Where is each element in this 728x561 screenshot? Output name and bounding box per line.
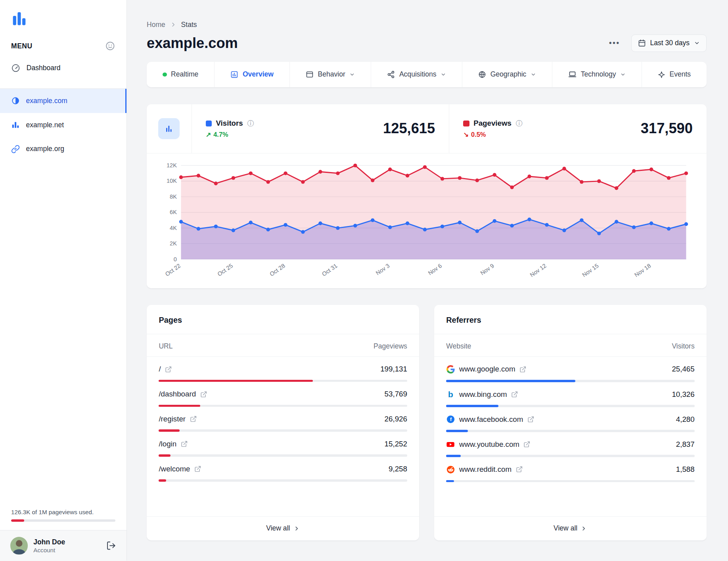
- more-options-button[interactable]: •••: [606, 36, 623, 49]
- row-value: 9,258: [389, 465, 407, 473]
- row-link[interactable]: www.google.com: [446, 365, 526, 373]
- svg-text:Nov 15: Nov 15: [581, 262, 600, 278]
- calendar-icon: [638, 39, 646, 47]
- row-link[interactable]: /: [159, 365, 172, 373]
- date-range-button[interactable]: Last 30 days: [631, 34, 707, 52]
- breadcrumb-home-link[interactable]: Home: [147, 21, 165, 29]
- traffic-trend-chart: 02K4K6K8K10K12KOct 22Oct 25Oct 28Oct 31N…: [161, 159, 693, 283]
- external-link-icon[interactable]: [194, 465, 201, 473]
- external-link-icon[interactable]: [523, 441, 531, 448]
- tab-realtime[interactable]: Realtime: [147, 62, 214, 87]
- column-header-visitors: Visitors: [672, 342, 694, 350]
- table-row: /welcome9,258: [147, 457, 419, 482]
- table-row: www.youtube.com2,837: [434, 432, 707, 457]
- sidebar-item-example-org[interactable]: example.org: [0, 137, 126, 161]
- svg-text:Oct 31: Oct 31: [321, 262, 338, 278]
- chart-type-icon[interactable]: [158, 118, 180, 140]
- info-icon[interactable]: ⓘ: [515, 119, 523, 128]
- bar-chart-icon: [11, 121, 20, 129]
- svg-text:4K: 4K: [170, 225, 177, 231]
- user-name: John Doe: [33, 538, 65, 547]
- external-link-icon[interactable]: [527, 416, 535, 423]
- tab-acquisitions[interactable]: Acquisitions: [371, 62, 462, 87]
- visitors-change: ↗ 4.7%: [206, 131, 254, 138]
- tab-label: Overview: [243, 70, 274, 79]
- youtube-icon: [446, 440, 455, 449]
- column-header-url: URL: [159, 342, 172, 350]
- svg-text:2K: 2K: [170, 240, 177, 247]
- site-label: example.com: [26, 97, 67, 105]
- row-link[interactable]: bwww.bing.com: [446, 390, 518, 399]
- row-link[interactable]: /welcome: [159, 465, 201, 473]
- table-row: bwww.bing.com10,326: [434, 382, 707, 407]
- menu-heading: MENU: [11, 42, 33, 50]
- pages-card: Pages URL Pageviews /199,131/dashboard53…: [147, 305, 419, 540]
- sidebar-item-label: Dashboard: [27, 64, 61, 72]
- visitors-stat: Visitors ⓘ ↗ 4.7% 125,615: [192, 104, 449, 153]
- google-icon: [446, 365, 455, 373]
- sidebar-item-example-com[interactable]: example.com: [0, 89, 126, 113]
- referrers-view-all-button[interactable]: View all: [434, 516, 707, 540]
- row-value: 10,326: [672, 390, 694, 399]
- table-row: /dashboard53,769: [147, 382, 419, 407]
- row-value: 1,588: [676, 465, 695, 474]
- sidebar-item-dashboard[interactable]: Dashboard: [11, 63, 115, 73]
- referrers-card: Referrers Website Visitors www.google.co…: [434, 305, 707, 540]
- date-range-label: Last 30 days: [650, 39, 690, 47]
- sidebar-item-example-net[interactable]: example.net: [0, 113, 126, 137]
- account-section[interactable]: John Doe Account: [0, 530, 126, 561]
- svg-text:Nov 6: Nov 6: [427, 262, 443, 276]
- row-link[interactable]: /register: [159, 415, 197, 423]
- customize-icon[interactable]: [105, 41, 115, 51]
- pageviews-value: 317,590: [641, 120, 693, 137]
- info-icon[interactable]: ⓘ: [247, 119, 254, 128]
- external-link-icon[interactable]: [181, 440, 188, 448]
- row-link[interactable]: www.youtube.com: [446, 440, 531, 449]
- row-link[interactable]: /dashboard: [159, 390, 207, 398]
- pages-view-all-button[interactable]: View all: [147, 516, 419, 540]
- svg-text:Oct 25: Oct 25: [216, 262, 234, 278]
- chevron-down-icon: [349, 72, 355, 77]
- external-link-icon[interactable]: [516, 466, 523, 473]
- tab-behavior[interactable]: Behavior: [289, 62, 371, 87]
- tab-geographic[interactable]: Geographic: [462, 62, 552, 87]
- svg-text:Oct 22: Oct 22: [164, 262, 182, 278]
- tab-overview[interactable]: Overview: [214, 62, 289, 87]
- external-link-icon[interactable]: [200, 391, 207, 398]
- site-label: example.org: [26, 145, 65, 153]
- external-link-icon[interactable]: [511, 391, 518, 398]
- overview-chart-card: Visitors ⓘ ↗ 4.7% 125,615 P: [147, 104, 707, 288]
- logout-icon[interactable]: [106, 541, 116, 551]
- chevron-right-icon: [580, 525, 587, 532]
- chevron-down-icon: [531, 72, 536, 77]
- row-link[interactable]: /login: [159, 440, 188, 448]
- external-link-icon[interactable]: [519, 366, 527, 373]
- breadcrumb: Home Stats: [147, 21, 707, 29]
- pageviews-change: ↘ 0.5%: [463, 131, 523, 138]
- overview-icon: [230, 71, 238, 79]
- contrast-icon: [11, 96, 20, 105]
- svg-text:12K: 12K: [167, 162, 177, 168]
- row-link[interactable]: www.reddit.com: [446, 465, 523, 474]
- table-row: www.google.com25,465: [434, 357, 707, 382]
- external-link-icon[interactable]: [165, 366, 172, 373]
- tab-technology[interactable]: Technology: [552, 62, 642, 87]
- row-link[interactable]: fwww.facebook.com: [446, 415, 534, 424]
- visitors-swatch: [206, 121, 212, 126]
- avatar[interactable]: [10, 537, 28, 554]
- link-icon: [11, 145, 20, 153]
- tab-events[interactable]: Events: [642, 62, 707, 87]
- row-value: 199,131: [380, 365, 407, 373]
- reddit-icon: [446, 465, 455, 474]
- external-link-icon[interactable]: [190, 415, 197, 423]
- events-sparkle-icon: [658, 71, 665, 79]
- usage-text: 126.3K of 1M pageviews used.: [11, 509, 115, 515]
- svg-text:Nov 12: Nov 12: [529, 262, 548, 278]
- column-header-website: Website: [446, 342, 471, 350]
- tab-label: Behavior: [318, 70, 345, 79]
- site-list: example.com example.net example.org: [0, 88, 126, 161]
- usage-progress-track: [11, 519, 115, 522]
- row-value: 25,465: [672, 365, 694, 373]
- referrers-card-title: Referrers: [434, 305, 707, 334]
- technology-laptop-icon: [568, 70, 577, 79]
